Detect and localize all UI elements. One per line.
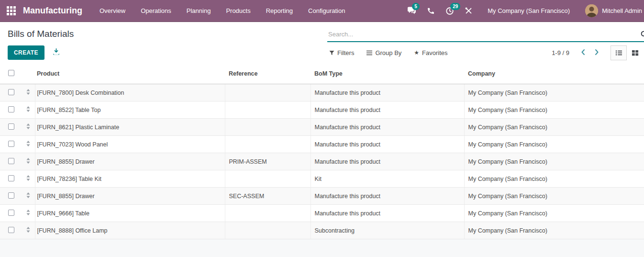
cell-company[interactable]: My Company (San Francisco) — [464, 170, 644, 188]
favorites-button[interactable]: ★ Favorites — [414, 47, 447, 58]
table-row[interactable]: [FURN_8621] Plastic Laminate Manufacture… — [0, 119, 644, 136]
row-drag-handle[interactable] — [22, 119, 35, 136]
row-checkbox[interactable] — [8, 89, 14, 95]
apps-menu-button[interactable] — [0, 0, 22, 22]
menu-item-overview[interactable]: Overview — [92, 0, 133, 22]
cell-product[interactable]: [FURN_8621] Plastic Laminate — [35, 119, 225, 136]
cell-bom-type[interactable]: Manufacture this product — [311, 119, 464, 136]
cell-bom-type[interactable]: Manufacture this product — [311, 136, 464, 153]
table-row[interactable]: [FURN_9666] Table Manufacture this produ… — [0, 205, 644, 222]
activities-button[interactable]: 29 — [440, 0, 459, 22]
cell-product[interactable]: [FURN_78236] Table Kit — [35, 170, 225, 188]
column-header-bom-type[interactable]: BoM Type — [311, 63, 464, 84]
cell-company[interactable]: My Company (San Francisco) — [464, 136, 644, 153]
pager-range[interactable]: 1-9 / 9 — [552, 49, 569, 56]
table-row[interactable]: [FURN_78236] Table Kit Kit My Company (S… — [0, 170, 644, 188]
menu-item-products[interactable]: Products — [218, 0, 258, 22]
column-header-reference[interactable]: Reference — [225, 63, 311, 84]
cell-company[interactable]: My Company (San Francisco) — [464, 188, 644, 205]
row-drag-handle[interactable] — [22, 136, 35, 153]
menu-item-reporting[interactable]: Reporting — [258, 0, 300, 22]
row-checkbox[interactable] — [8, 123, 14, 130]
menu-item-planning[interactable]: Planning — [179, 0, 219, 22]
table-row[interactable]: [FURN_7023] Wood Panel Manufacture this … — [0, 136, 644, 153]
search-input[interactable] — [327, 28, 644, 42]
cell-product[interactable]: [FURN_8888] Office Lamp — [35, 222, 225, 239]
column-header-product[interactable]: Product — [35, 63, 225, 84]
voip-button[interactable] — [422, 0, 440, 22]
cell-product[interactable]: [FURN_7800] Desk Combination — [35, 84, 225, 101]
row-checkbox[interactable] — [8, 175, 14, 181]
row-drag-handle[interactable] — [22, 101, 35, 119]
bars-icon — [366, 50, 372, 56]
cell-reference[interactable] — [225, 84, 311, 101]
row-drag-handle[interactable] — [22, 205, 35, 222]
app-menu: OverviewOperationsPlanningProductsReport… — [92, 0, 353, 22]
cell-bom-type[interactable]: Manufacture this product — [311, 101, 464, 119]
row-checkbox[interactable] — [8, 141, 14, 147]
cell-company[interactable]: My Company (San Francisco) — [464, 119, 644, 136]
list-icon — [615, 49, 622, 56]
favorites-label: Favorites — [422, 49, 447, 56]
table-row[interactable]: [FURN_8522] Table Top Manufacture this p… — [0, 101, 644, 119]
cell-company[interactable]: My Company (San Francisco) — [464, 222, 644, 239]
column-header-company[interactable]: Company — [464, 63, 644, 84]
cell-bom-type[interactable]: Kit — [311, 170, 464, 188]
magnifier-icon[interactable] — [641, 31, 644, 38]
filters-button[interactable]: Filters — [329, 47, 354, 58]
row-checkbox[interactable] — [8, 106, 14, 112]
cell-product[interactable]: [FURN_8522] Table Top — [35, 101, 225, 119]
menu-item-operations[interactable]: Operations — [133, 0, 179, 22]
kanban-view-button[interactable] — [627, 45, 643, 60]
user-menu[interactable]: Mitchell Admin — [579, 0, 644, 22]
cell-product[interactable]: [FURN_8855] Drawer — [35, 153, 225, 170]
cell-product[interactable]: [FURN_9666] Table — [35, 205, 225, 222]
row-drag-handle[interactable] — [22, 84, 35, 101]
debug-tools-button[interactable] — [459, 0, 478, 22]
select-all-checkbox[interactable] — [8, 70, 14, 76]
cell-bom-type[interactable]: Manufacture this product — [311, 153, 464, 170]
cell-product[interactable]: [FURN_7023] Wood Panel — [35, 136, 225, 153]
cell-company[interactable]: My Company (San Francisco) — [464, 153, 644, 170]
table-row[interactable]: [FURN_8855] Drawer SEC-ASSEM Manufacture… — [0, 188, 644, 205]
table-row[interactable]: [FURN_8855] Drawer PRIM-ASSEM Manufactur… — [0, 153, 644, 170]
export-button[interactable] — [51, 46, 62, 59]
cell-bom-type[interactable]: Manufacture this product — [311, 84, 464, 101]
row-drag-handle[interactable] — [22, 222, 35, 239]
company-switcher[interactable]: My Company (San Francisco) — [478, 0, 579, 22]
row-drag-handle[interactable] — [22, 188, 35, 205]
cell-reference[interactable]: PRIM-ASSEM — [225, 153, 311, 170]
control-panel-bottom: CREATE Filters Group By ★ Favorites 1-9 … — [0, 42, 644, 63]
pager-next-button[interactable] — [590, 47, 604, 59]
cell-reference[interactable] — [225, 136, 311, 153]
cell-company[interactable]: My Company (San Francisco) — [464, 205, 644, 222]
app-name[interactable]: Manufacturing — [23, 6, 82, 16]
cell-bom-type[interactable]: Subcontracting — [311, 222, 464, 239]
pager-previous-button[interactable] — [576, 47, 590, 59]
drag-handle-icon — [26, 106, 31, 112]
cell-reference[interactable]: SEC-ASSEM — [225, 188, 311, 205]
row-drag-handle[interactable] — [22, 153, 35, 170]
row-checkbox[interactable] — [8, 192, 14, 199]
cell-company[interactable]: My Company (San Francisco) — [464, 101, 644, 119]
cell-reference[interactable] — [225, 101, 311, 119]
cell-bom-type[interactable]: Manufacture this product — [311, 205, 464, 222]
row-checkbox[interactable] — [8, 227, 14, 233]
table-row[interactable]: [FURN_7800] Desk Combination Manufacture… — [0, 84, 644, 101]
row-checkbox[interactable] — [8, 158, 14, 164]
cell-reference[interactable] — [225, 119, 311, 136]
cell-product[interactable]: [FURN_8855] Drawer — [35, 188, 225, 205]
cell-bom-type[interactable]: Manufacture this product — [311, 188, 464, 205]
cell-reference[interactable] — [225, 170, 311, 188]
row-drag-handle[interactable] — [22, 170, 35, 188]
group-by-button[interactable]: Group By — [366, 47, 401, 58]
table-row[interactable]: [FURN_8888] Office Lamp Subcontracting M… — [0, 222, 644, 239]
messages-button[interactable]: 5 — [402, 0, 422, 22]
cell-reference[interactable] — [225, 205, 311, 222]
create-button[interactable]: CREATE — [8, 45, 44, 60]
cell-company[interactable]: My Company (San Francisco) — [464, 84, 644, 101]
list-view-button[interactable] — [611, 45, 627, 60]
menu-item-configuration[interactable]: Configuration — [300, 0, 353, 22]
cell-reference[interactable] — [225, 222, 311, 239]
row-checkbox[interactable] — [8, 210, 14, 216]
